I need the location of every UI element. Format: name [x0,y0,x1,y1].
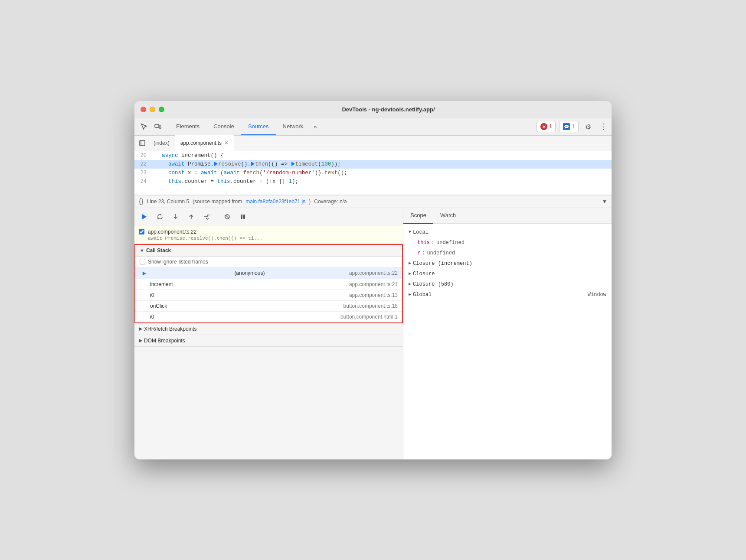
step-into-button[interactable] [170,211,181,222]
step-out-button[interactable] [186,211,197,222]
error-badge[interactable]: ✕ 1 [537,121,556,132]
tab-watch[interactable]: Watch [433,208,463,224]
line-content-23: const x = await (await fetch('/random-nu… [152,169,612,177]
scope-content: ▼ Local this : undefined r : undefined ▶… [403,224,612,303]
cs-file-onclick: button.component.ts:18 [344,303,398,309]
scope-global-value: Window [588,290,606,299]
format-icon[interactable]: {} [139,198,144,205]
scope-closure-increment-label: Closure (increment) [413,259,472,268]
scope-global-label: Global [413,290,432,299]
file-tab-index[interactable]: (index) [148,135,175,151]
xhr-breakpoints-header[interactable]: ▶ XHR/fetch Breakpoints [134,323,403,335]
line-content-20: async increment() { [152,151,612,160]
svg-marker-4 [142,214,147,219]
tab-scope[interactable]: Scope [403,208,433,224]
line-content-24: this.counter = this.counter + (+x || 1); [152,177,612,186]
cs-active-arrow-icon: ► [141,270,147,277]
scope-closure[interactable]: ▶ Closure [409,269,606,279]
scope-watch-tabs: Scope Watch [403,208,612,224]
status-bar: {} Line 23, Column 5 (source mapped from… [134,195,612,208]
code-line-20: 20 async increment() { [134,151,612,160]
code-editor: 20 async increment() { 22 await Promise.… [134,151,612,195]
file-tab-app-label: app.component.ts [180,140,222,146]
tab-elements[interactable]: Elements [169,118,206,135]
line-num-20: 20 [134,151,152,160]
call-stack-arrow-icon: ▼ [140,248,144,253]
cs-file-i0-1: app.component.ts:13 [349,292,398,298]
inspect-icon[interactable] [138,120,150,133]
scope-closure-label: Closure [413,270,435,278]
scope-closure-increment[interactable]: ▶ Closure (increment) [409,258,606,269]
scope-local-header[interactable]: ▼ Local [409,227,606,238]
code-line-ellipsis: ··· [134,186,612,195]
main-toolbar: Elements Console Sources Network » ✕ 1 💬… [134,118,612,136]
more-tabs-button[interactable]: » [310,120,320,133]
file-tab-close-icon[interactable]: ✕ [224,140,229,146]
call-stack-header[interactable]: ▼ Call Stack [135,245,402,257]
source-map-link[interactable]: main.fa8bfa0e23f1eb71.js [245,199,305,205]
svg-rect-0 [155,124,159,127]
tab-console[interactable]: Console [206,118,241,135]
info-badge[interactable]: 💬 1 [559,121,579,132]
dom-breakpoints-header[interactable]: ▶ DOM Breakpoints [134,335,403,346]
xhr-breakpoints-label: XHR/fetch Breakpoints [144,326,196,332]
line-num-24: 24 [134,177,152,186]
close-button[interactable] [141,107,146,112]
code-lines: 20 async increment() { 22 await Promise.… [134,151,612,195]
scope-closure-arrow-icon: ▶ [409,270,411,278]
titlebar: DevTools - ng-devtools.netlify.app/ [134,101,612,118]
cs-item-anonymous[interactable]: ► (anonymous) app.component.ts:22 [135,267,402,279]
scope-local-arrow-icon: ▼ [409,228,411,237]
step-button[interactable] [201,211,213,222]
breakpoint-checkbox[interactable] [139,229,144,234]
main-tabs: Elements Console Sources Network » [169,118,537,135]
line-num-dots [134,186,152,195]
maximize-button[interactable] [159,107,164,112]
line-num-22: 22 [134,160,152,169]
error-count: 1 [549,124,552,130]
minimize-button[interactable] [150,107,155,112]
coverage-text: Coverage: n/a [314,199,347,205]
file-tab-app-component[interactable]: app.component.ts ✕ [175,135,234,151]
settings-button[interactable]: ⚙ [582,120,594,133]
svg-rect-11 [241,215,242,219]
cs-name-i0-1: i0 [141,292,154,298]
cs-name-increment: increment [141,281,173,287]
svg-rect-2 [140,140,145,146]
debug-sep-1 [217,212,217,221]
ignore-frames-label: Show ignore-listed frames [148,259,208,265]
file-tab-sidebar-toggle[interactable] [136,137,148,149]
traffic-lights [141,107,164,112]
call-stack-section: ▼ Call Stack Show ignore-listed frames ►… [134,244,403,323]
xhr-breakpoints-section: ▶ XHR/fetch Breakpoints [134,323,403,335]
svg-rect-1 [159,126,161,128]
code-line-23: 23 const x = await (await fetch('/random… [134,169,612,177]
cs-file-i0-2: button.component.html:1 [340,314,398,320]
resume-button[interactable] [139,211,150,222]
xhr-arrow-icon: ▶ [139,326,142,332]
scope-local-label: Local [413,228,429,237]
ignore-frames-row: Show ignore-listed frames [135,257,402,267]
file-tab-index-label: (index) [154,140,170,146]
breakpoint-label: app.component.ts:22 [148,229,196,235]
scope-closure-580[interactable]: ▶ Closure (580) [409,279,606,290]
dropdown-icon[interactable]: ▼ [602,199,607,205]
file-tabs-row: (index) app.component.ts ✕ [134,136,612,151]
deactivate-breakpoints-button[interactable] [222,211,233,222]
pause-on-exceptions-button[interactable] [237,211,249,222]
tab-sources[interactable]: Sources [241,118,276,135]
tab-network[interactable]: Network [276,118,311,135]
cs-item-i0-2[interactable]: i0 button.component.html:1 [135,312,402,322]
cs-item-increment[interactable]: increment app.component.ts:21 [135,279,402,290]
ignore-frames-checkbox[interactable] [140,259,145,264]
cs-item-onclick[interactable]: onClick button.component.ts:18 [135,301,402,312]
main-content: app.component.ts:22 await Promise.resolv… [134,208,612,459]
cs-item-i0-1[interactable]: i0 app.component.ts:13 [135,290,402,301]
more-options-button[interactable]: ⋮ [598,120,608,133]
step-over-button[interactable] [154,211,166,222]
device-toggle-icon[interactable] [152,120,164,133]
scope-closure-580-label: Closure (580) [413,280,454,289]
line-content-dots: ··· [152,186,612,195]
breakpoint-code: await Promise.resolve().then(() => ti... [139,236,399,241]
scope-global[interactable]: ▶ Global Window [409,290,606,300]
